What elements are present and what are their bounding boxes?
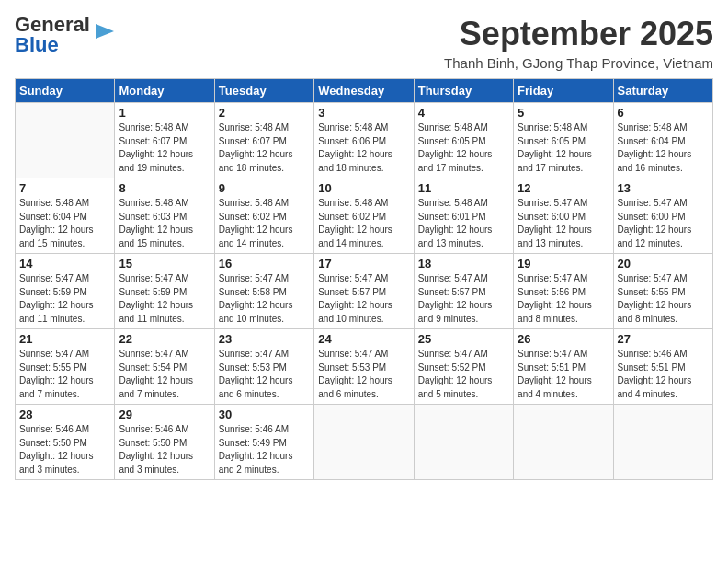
- day-info: Sunrise: 5:48 AMSunset: 6:02 PMDaylight:…: [318, 197, 409, 250]
- day-info: Sunrise: 5:47 AMSunset: 5:55 PMDaylight:…: [618, 272, 709, 326]
- day-number: 3: [318, 106, 409, 120]
- day-number: 8: [119, 181, 210, 195]
- day-info: Sunrise: 5:48 AMSunset: 6:04 PMDaylight:…: [618, 121, 709, 175]
- day-info: Sunrise: 5:48 AMSunset: 6:02 PMDaylight:…: [219, 197, 310, 250]
- day-info: Sunrise: 5:46 AMSunset: 5:51 PMDaylight:…: [618, 348, 709, 401]
- day-number: 2: [219, 106, 310, 120]
- day-number: 27: [618, 332, 709, 346]
- calendar-cell: 13 Sunrise: 5:47 AMSunset: 6:00 PMDaylig…: [613, 178, 712, 254]
- logo: GeneralBlue: [15, 15, 118, 55]
- day-info: Sunrise: 5:47 AMSunset: 5:54 PMDaylight:…: [119, 348, 210, 401]
- calendar-cell: 26 Sunrise: 5:47 AMSunset: 5:51 PMDaylig…: [514, 329, 613, 405]
- day-info: Sunrise: 5:47 AMSunset: 5:58 PMDaylight:…: [219, 272, 310, 326]
- day-number: 24: [318, 332, 409, 346]
- day-info: Sunrise: 5:48 AMSunset: 6:07 PMDaylight:…: [119, 121, 210, 175]
- calendar-cell: 30 Sunrise: 5:46 AMSunset: 5:49 PMDaylig…: [214, 405, 313, 480]
- day-number: 1: [119, 106, 210, 120]
- weekday-header-sunday: Sunday: [16, 79, 115, 103]
- day-info: Sunrise: 5:47 AMSunset: 5:53 PMDaylight:…: [318, 348, 409, 401]
- calendar-cell: 29 Sunrise: 5:46 AMSunset: 5:50 PMDaylig…: [115, 405, 214, 480]
- calendar-cell: 28 Sunrise: 5:46 AMSunset: 5:50 PMDaylig…: [16, 405, 115, 480]
- day-info: Sunrise: 5:47 AMSunset: 5:57 PMDaylight:…: [418, 272, 509, 326]
- day-number: 14: [19, 257, 110, 270]
- calendar-cell: 23 Sunrise: 5:47 AMSunset: 5:53 PMDaylig…: [214, 329, 313, 405]
- calendar-table: SundayMondayTuesdayWednesdayThursdayFrid…: [15, 78, 713, 480]
- calendar-cell: 7 Sunrise: 5:48 AMSunset: 6:04 PMDayligh…: [16, 178, 115, 254]
- day-number: 7: [19, 181, 110, 195]
- day-info: Sunrise: 5:46 AMSunset: 5:50 PMDaylight:…: [19, 423, 110, 477]
- day-number: 13: [618, 181, 709, 195]
- weekday-header-row: SundayMondayTuesdayWednesdayThursdayFrid…: [16, 79, 713, 103]
- day-number: 17: [318, 257, 409, 270]
- day-number: 28: [19, 408, 110, 421]
- day-info: Sunrise: 5:48 AMSunset: 6:05 PMDaylight:…: [418, 121, 509, 175]
- day-info: Sunrise: 5:48 AMSunset: 6:01 PMDaylight:…: [418, 197, 509, 250]
- calendar-cell: 2 Sunrise: 5:48 AMSunset: 6:07 PMDayligh…: [214, 103, 313, 178]
- calendar-cell: 27 Sunrise: 5:46 AMSunset: 5:51 PMDaylig…: [613, 329, 712, 405]
- day-number: 11: [418, 181, 509, 195]
- calendar-cell: [613, 405, 712, 480]
- calendar-cell: 9 Sunrise: 5:48 AMSunset: 6:02 PMDayligh…: [214, 178, 313, 254]
- day-info: Sunrise: 5:47 AMSunset: 5:55 PMDaylight:…: [19, 348, 110, 401]
- day-info: Sunrise: 5:46 AMSunset: 5:50 PMDaylight:…: [119, 423, 210, 477]
- weekday-header-tuesday: Tuesday: [214, 79, 313, 103]
- calendar-cell: [16, 103, 115, 178]
- day-number: 20: [618, 257, 709, 270]
- calendar-cell: 21 Sunrise: 5:47 AMSunset: 5:55 PMDaylig…: [16, 329, 115, 405]
- day-info: Sunrise: 5:47 AMSunset: 6:00 PMDaylight:…: [518, 197, 609, 250]
- day-number: 15: [119, 257, 210, 270]
- calendar-cell: 4 Sunrise: 5:48 AMSunset: 6:05 PMDayligh…: [414, 103, 513, 178]
- logo-arrow-icon: [92, 18, 118, 44]
- calendar-cell: 15 Sunrise: 5:47 AMSunset: 5:59 PMDaylig…: [115, 254, 214, 329]
- day-number: 10: [318, 181, 409, 195]
- calendar-cell: 5 Sunrise: 5:48 AMSunset: 6:05 PMDayligh…: [514, 103, 613, 178]
- day-number: 21: [19, 332, 110, 346]
- calendar-cell: 6 Sunrise: 5:48 AMSunset: 6:04 PMDayligh…: [613, 103, 712, 178]
- day-number: 6: [618, 106, 709, 120]
- day-number: 12: [518, 181, 609, 195]
- location-subtitle: Thanh Binh, GJong Thap Province, Vietnam: [444, 55, 713, 71]
- calendar-cell: 25 Sunrise: 5:47 AMSunset: 5:52 PMDaylig…: [414, 329, 513, 405]
- day-info: Sunrise: 5:48 AMSunset: 6:04 PMDaylight:…: [19, 197, 110, 250]
- calendar-cell: [514, 405, 613, 480]
- day-number: 4: [418, 106, 509, 120]
- day-number: 16: [219, 257, 310, 270]
- calendar-week-row: 21 Sunrise: 5:47 AMSunset: 5:55 PMDaylig…: [16, 329, 713, 405]
- title-block: September 2025 Thanh Binh, GJong Thap Pr…: [444, 15, 713, 71]
- weekday-header-friday: Friday: [514, 79, 613, 103]
- calendar-cell: 1 Sunrise: 5:48 AMSunset: 6:07 PMDayligh…: [115, 103, 214, 178]
- day-number: 9: [219, 181, 310, 195]
- day-info: Sunrise: 5:48 AMSunset: 6:06 PMDaylight:…: [318, 121, 409, 175]
- day-number: 23: [219, 332, 310, 346]
- day-number: 22: [119, 332, 210, 346]
- calendar-cell: [414, 405, 513, 480]
- logo-text: GeneralBlue: [15, 15, 90, 55]
- calendar-week-row: 14 Sunrise: 5:47 AMSunset: 5:59 PMDaylig…: [16, 254, 713, 329]
- calendar-cell: 18 Sunrise: 5:47 AMSunset: 5:57 PMDaylig…: [414, 254, 513, 329]
- day-number: 18: [418, 257, 509, 270]
- day-info: Sunrise: 5:46 AMSunset: 5:49 PMDaylight:…: [219, 423, 310, 477]
- day-number: 25: [418, 332, 509, 346]
- month-title: September 2025: [444, 15, 713, 53]
- weekday-header-saturday: Saturday: [613, 79, 712, 103]
- calendar-cell: 22 Sunrise: 5:47 AMSunset: 5:54 PMDaylig…: [115, 329, 214, 405]
- calendar-cell: 20 Sunrise: 5:47 AMSunset: 5:55 PMDaylig…: [613, 254, 712, 329]
- day-info: Sunrise: 5:47 AMSunset: 5:51 PMDaylight:…: [518, 348, 609, 401]
- day-info: Sunrise: 5:47 AMSunset: 5:53 PMDaylight:…: [219, 348, 310, 401]
- day-info: Sunrise: 5:48 AMSunset: 6:05 PMDaylight:…: [518, 121, 609, 175]
- page-header: GeneralBlue September 2025 Thanh Binh, G…: [15, 15, 713, 71]
- calendar-week-row: 7 Sunrise: 5:48 AMSunset: 6:04 PMDayligh…: [16, 178, 713, 254]
- day-info: Sunrise: 5:47 AMSunset: 5:52 PMDaylight:…: [418, 348, 509, 401]
- calendar-cell: 19 Sunrise: 5:47 AMSunset: 5:56 PMDaylig…: [514, 254, 613, 329]
- calendar-cell: 11 Sunrise: 5:48 AMSunset: 6:01 PMDaylig…: [414, 178, 513, 254]
- calendar-cell: 17 Sunrise: 5:47 AMSunset: 5:57 PMDaylig…: [314, 254, 414, 329]
- calendar-cell: 8 Sunrise: 5:48 AMSunset: 6:03 PMDayligh…: [115, 178, 214, 254]
- day-number: 29: [119, 408, 210, 421]
- calendar-cell: 16 Sunrise: 5:47 AMSunset: 5:58 PMDaylig…: [214, 254, 313, 329]
- calendar-cell: 10 Sunrise: 5:48 AMSunset: 6:02 PMDaylig…: [314, 178, 414, 254]
- day-info: Sunrise: 5:47 AMSunset: 5:59 PMDaylight:…: [19, 272, 110, 326]
- calendar-cell: 24 Sunrise: 5:47 AMSunset: 5:53 PMDaylig…: [314, 329, 414, 405]
- calendar-cell: 3 Sunrise: 5:48 AMSunset: 6:06 PMDayligh…: [314, 103, 414, 178]
- svg-marker-0: [96, 24, 114, 39]
- day-number: 19: [518, 257, 609, 270]
